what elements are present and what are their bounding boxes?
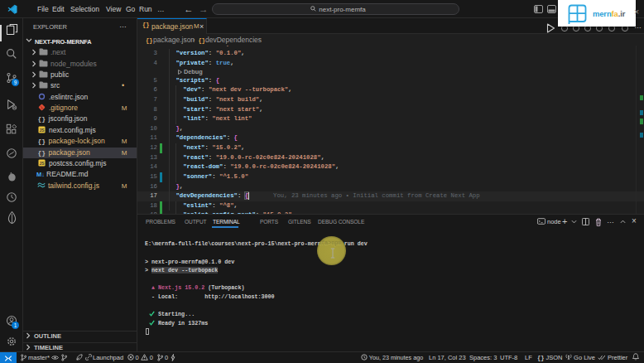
svg-text:JS: JS	[40, 128, 46, 133]
svg-text:JS: JS	[40, 162, 46, 166]
